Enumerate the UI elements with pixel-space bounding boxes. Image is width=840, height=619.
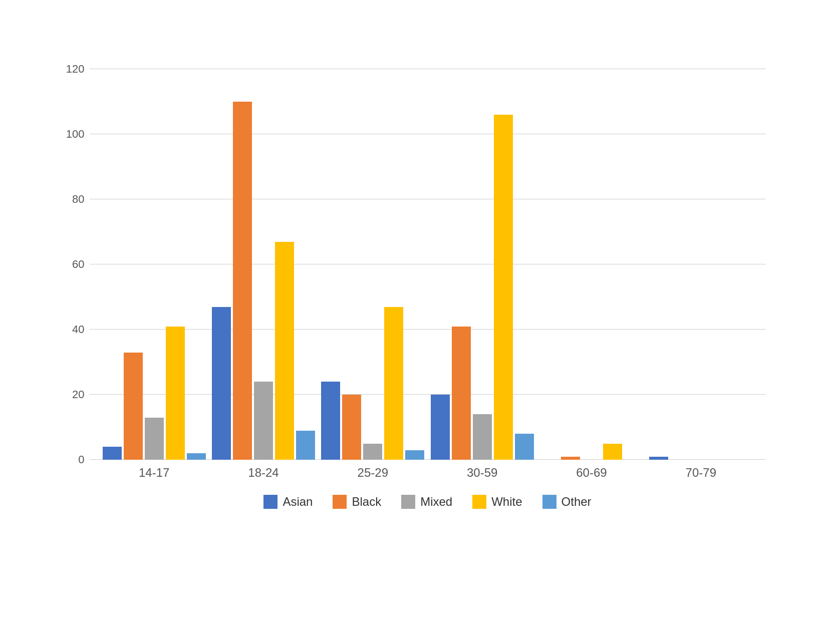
bar-white (384, 307, 403, 460)
legend-label-white: White (491, 495, 522, 509)
legend-item-asian: Asian (263, 495, 313, 509)
x-axis-label: 25-29 (323, 466, 423, 480)
bar-white (603, 444, 622, 460)
legend-color-asian (263, 495, 277, 509)
bar-other (296, 431, 315, 460)
legend-item-mixed: Mixed (401, 495, 452, 509)
legend: AsianBlackMixedWhiteOther (90, 495, 766, 509)
y-axis-label: 20 (72, 388, 84, 401)
legend-label-black: Black (352, 495, 381, 509)
y-axis-label: 100 (66, 128, 85, 141)
legend-color-other (542, 495, 556, 509)
x-axis-label: 30-59 (432, 466, 532, 480)
bar-group (321, 307, 424, 460)
y-axis-label: 60 (72, 258, 84, 271)
bar-other (187, 453, 206, 460)
legend-color-white (472, 495, 486, 509)
legend-label-mixed: Mixed (420, 495, 452, 509)
legend-item-white: White (472, 495, 522, 509)
legend-color-black (333, 495, 347, 509)
y-axis-label: 0 (78, 453, 84, 466)
bar-group (540, 444, 643, 460)
x-axis-label: 18-24 (213, 466, 314, 480)
bar-mixed (145, 418, 164, 460)
bar-group (431, 115, 534, 460)
bar-white (275, 242, 294, 460)
legend-label-asian: Asian (283, 495, 313, 509)
bar-black (342, 395, 361, 460)
bar-asian (431, 395, 450, 460)
legend-color-mixed (401, 495, 415, 509)
bar-other (405, 450, 424, 460)
x-axis-label: 70-79 (651, 466, 751, 480)
chart-area: 020406080100120 (90, 69, 766, 460)
y-axis-label: 120 (66, 63, 85, 76)
bars-area (90, 69, 766, 460)
bar-asian (649, 457, 668, 460)
legend-label-other: Other (562, 495, 592, 509)
bar-black (452, 327, 471, 460)
bar-mixed (254, 382, 273, 460)
bar-other (515, 434, 534, 460)
bar-mixed (363, 444, 382, 460)
bar-white (494, 115, 513, 460)
bar-white (166, 327, 185, 460)
x-axis-label: 60-69 (541, 466, 642, 480)
y-axis-label: 80 (72, 193, 84, 206)
bar-group (212, 102, 315, 460)
x-labels: 14-1718-2425-2930-5960-6970-79 (90, 466, 766, 480)
bar-asian (212, 307, 231, 460)
legend-item-black: Black (333, 495, 381, 509)
bar-group (649, 457, 752, 460)
bar-group (103, 327, 206, 460)
bar-mixed (473, 414, 492, 460)
chart-container: 020406080100120 14-1718-2425-2930-5960-6… (45, 34, 796, 585)
bar-black (561, 457, 580, 460)
legend-item-other: Other (542, 495, 592, 509)
bar-asian (321, 382, 340, 460)
bar-black (233, 102, 252, 460)
y-axis-label: 40 (72, 323, 84, 336)
bar-black (124, 353, 143, 460)
x-axis-label: 14-17 (104, 466, 204, 480)
bar-asian (103, 447, 122, 460)
